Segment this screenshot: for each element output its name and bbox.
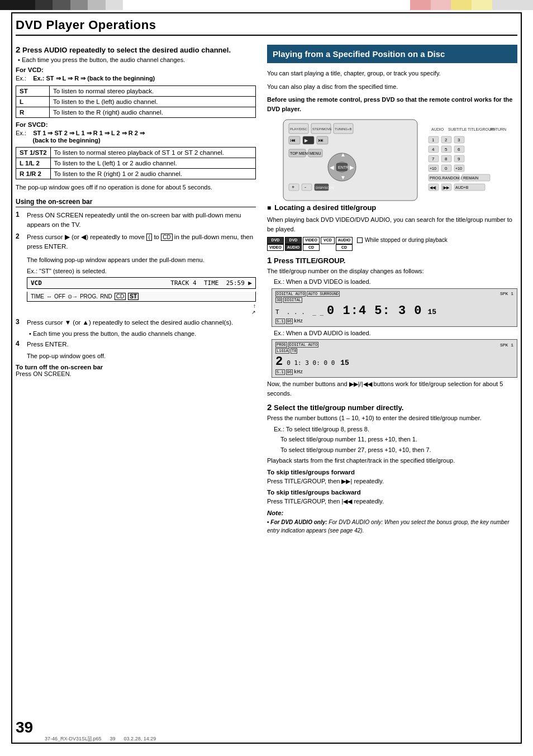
readout2-bottom-tags: 5.1 96 kHz <box>275 369 513 375</box>
readout2-tags-b: L1G1A T8 <box>275 348 297 354</box>
svg-text:▶: ▶ <box>304 138 308 143</box>
readout2-line2: 2 0 1: 3 0: 0 0 15 <box>275 355 513 369</box>
vcd-st-code: ST <box>16 86 50 97</box>
table-row: R To listen to the R (right) audio chann… <box>16 107 256 118</box>
svg-text:RETURN: RETURN <box>490 127 506 131</box>
skip-forward-body: Press TITLE/GROUP, then ▶▶| repeatedly. <box>267 477 517 486</box>
step1-ex2: Ex.: When a DVD AUDIO is loaded. <box>274 329 517 338</box>
skip-forward-title: To skip titles/groups forward <box>267 469 517 476</box>
step2-ex2: To select title/group number 11, press +… <box>280 435 517 444</box>
while-stopped-label: While stopped or during playback <box>365 237 448 243</box>
cb3 <box>35 0 53 10</box>
svg-text:STEP/MOVE: STEP/MOVE <box>312 127 332 131</box>
step2-popup-note: The following pop-up window appears unde… <box>27 255 256 265</box>
step3-bullet: Each time you press the button, the audi… <box>27 330 256 337</box>
vcd-st-desc: To listen to normal stereo playback. <box>50 86 256 97</box>
readout1-spk: SPK 1 <box>500 291 513 296</box>
readout1-96: 96 <box>286 318 293 324</box>
for-svcd-label: For SVCD: <box>16 121 256 128</box>
st-tag: ST <box>128 293 139 300</box>
svcd-st-code: ST 1/ST2 <box>16 148 51 158</box>
skip-backward-body: Press TITLE/GROUP, then |◀◀ repeatedly. <box>267 497 517 506</box>
readout2-tags: PROG DIGITAL AUTO <box>275 342 318 348</box>
svg-text:7: 7 <box>432 156 435 161</box>
svg-text:-: - <box>304 184 306 190</box>
step4-text: Press ENTER. <box>27 340 256 349</box>
cursor-symbol: ⟨ <box>146 234 152 241</box>
badge-audio-cd: AUDIO <box>336 237 353 244</box>
vcd-table: ST To listen to normal stereo playback. … <box>16 85 256 118</box>
main-content: DVD Player Operations 2 Press AUDIO repe… <box>16 18 517 739</box>
badge-cd: CD <box>303 244 320 251</box>
badge-dvd: DVD <box>267 237 284 244</box>
vcd-label: VCD <box>31 279 42 287</box>
svg-text:⏭: ⏭ <box>318 137 323 143</box>
step2-number: 2 <box>16 232 23 240</box>
footer-file: 37-46_RX-DV31SL[j].p65 <box>45 736 102 741</box>
svg-text:REMAIN: REMAIN <box>463 176 478 180</box>
now-playing-note: Now, the number buttons and ▶▶|/|◀◀ butt… <box>267 379 517 398</box>
cb13 <box>512 0 533 10</box>
readout1-bottom-tags: 5.1 96 kHz <box>275 318 513 324</box>
svcd-r-desc: To listen to the R (right) 1 or 2 audio … <box>50 169 255 179</box>
table-row: ST To listen to normal stereo playback. <box>16 86 256 97</box>
svg-text:8: 8 <box>445 156 448 161</box>
svcd-l-desc: To listen to the L (left) 1 or 2 audio c… <box>50 158 255 169</box>
cb1 <box>0 0 17 10</box>
step2-playback-note: Playback starts from the first chapter/t… <box>267 456 517 465</box>
badge-cd2: CD <box>336 244 353 251</box>
onscreen-step4: 4 Press ENTER. <box>16 340 256 349</box>
readout1-tag2: AUTO SURROUND <box>307 291 340 297</box>
readout1-3d: 3D <box>275 297 282 303</box>
readout2-prog: PROG <box>275 342 287 348</box>
readout1-line1: DIGITAL AUTO AUTO SURROUND SPK 1 <box>275 291 513 297</box>
readout1-51: 5.1 <box>275 318 285 324</box>
readout1-line2: T . . . _ _ 0 1:4 5: 3 0 15 <box>275 304 513 318</box>
readout1-dashes: T . . . _ _ <box>275 308 323 316</box>
prog-label: PROG. <box>80 293 98 299</box>
page-number: 39 <box>16 719 33 736</box>
readout2: PROG DIGITAL AUTO SPK 1 L1G1A T8 2 0 1: … <box>272 339 517 378</box>
readout2-auto: DIGITAL AUTO <box>288 342 318 348</box>
badge-video-cd: VIDEO <box>303 237 320 244</box>
rnd-label: RND <box>100 293 112 299</box>
border-left <box>11 12 12 744</box>
right-step1-body: The title/group number on the display ch… <box>267 267 517 276</box>
footer-page: 39 <box>110 736 116 741</box>
footer-info: 37-46_RX-DV31SL[j].p65 39 03.2.28, 14:29 <box>45 736 156 741</box>
svg-text:PLAY/DISC: PLAY/DISC <box>290 127 308 131</box>
vcd-r-code: R <box>16 107 50 118</box>
table-row: ST 1/ST2 To listen to normal stereo play… <box>16 148 256 158</box>
right-step2-heading: 2 Select the title/group number directly… <box>267 402 517 412</box>
off-label: OFF <box>54 293 65 299</box>
vcd-ex: Ex.: Ex.: ST ⇒ L ⇒ R ⇒ (back to the begi… <box>16 75 256 82</box>
readout1-line1b: 3D DIGITAL <box>275 297 513 303</box>
svg-text:DISP/SCRN: DISP/SCRN <box>316 186 334 189</box>
popup-note: The pop-up window goes off if no operati… <box>16 183 256 192</box>
badge-video: VIDEO <box>267 244 284 251</box>
right-intro2: You can also play a disc from the specif… <box>267 82 517 92</box>
disc-badges-row: DVD VIDEO DVD AUDIO VIDEO CD VCD AUDIO C… <box>267 237 517 251</box>
step2-text: Press cursor ▶ (or ◀) repeatedly to move… <box>27 232 256 252</box>
readout1-time: 0 1:4 5: 3 0 <box>327 304 422 318</box>
svg-text:+: + <box>292 184 294 190</box>
readout1-kHz: kHz <box>294 318 303 324</box>
svg-text:◀◀|: ◀◀| <box>430 186 436 190</box>
badge-audio: AUDIO <box>285 244 302 251</box>
svg-text:9: 9 <box>458 156 460 161</box>
readout2-l1g1: L1G1A <box>275 348 289 354</box>
readout2-line1: PROG DIGITAL AUTO SPK 1 <box>275 342 513 348</box>
audio-cd-badge: AUDIO CD <box>336 237 353 251</box>
two-column-layout: 2 Press AUDIO repeatedly to select the d… <box>16 45 517 535</box>
vcd-l-code: L <box>16 97 50 107</box>
svg-text:▶: ▶ <box>350 164 354 170</box>
border-right <box>521 12 522 744</box>
vcd-track-time: TRACK 4 TIME 25:59 ▶ <box>170 279 252 287</box>
cursor-symbol2: CD <box>161 234 172 241</box>
dot-arrow: ⊙→ <box>68 293 78 299</box>
readout2-num: 2 <box>275 355 283 369</box>
vcd-display-bar: VCD TRACK 4 TIME 25:59 ▶ TIME ↔ OFF ⊙→ P… <box>27 277 256 315</box>
color-bar-decoration <box>0 0 533 10</box>
video-cd-badge: VIDEO CD <box>303 237 320 251</box>
vcd-l-desc: To listen to the L (left) audio channel. <box>50 97 256 107</box>
